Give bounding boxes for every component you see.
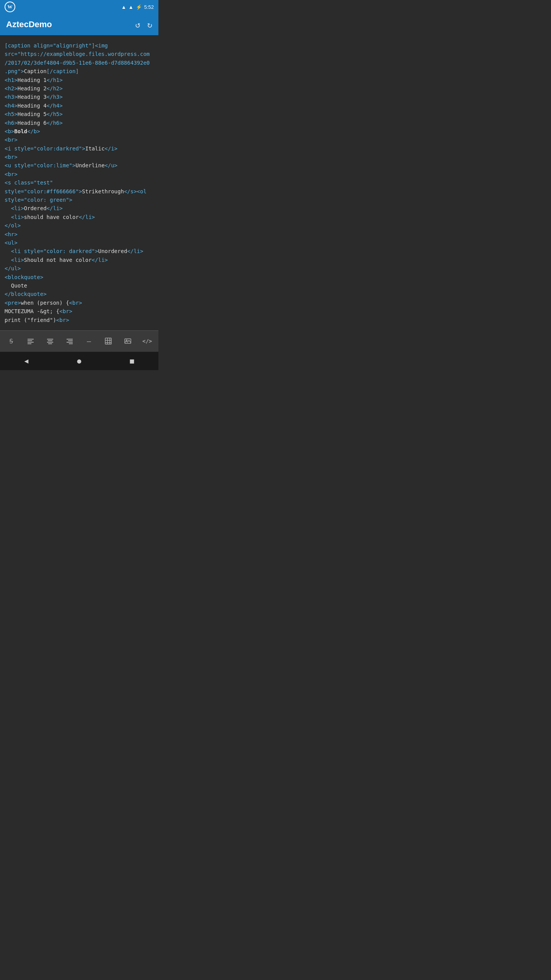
table-button[interactable] [100,333,117,350]
status-bar-right: ▲ ▲ ⚡ 5:52 [121,4,154,10]
align-left-button[interactable] [22,333,39,350]
time: 5:52 [144,4,154,10]
editor-line: <li style="color: darkred">Unordered</li… [5,247,154,255]
align-center-button[interactable] [42,333,59,350]
svg-rect-8 [67,339,73,340]
editor-line: <s class="test" [5,178,154,187]
editor-line: <br> [5,153,154,161]
svg-rect-4 [47,339,53,340]
editor-line: .png">Caption[/caption] [5,67,154,75]
html-source-button[interactable]: </> [139,333,156,350]
svg-rect-6 [47,342,53,343]
editor-line: <li>Should not have color</li> [5,256,154,264]
editor-line: src="https://examplebloge.files.wordpres… [5,50,154,58]
editor-line: <h1>Heading 1</h1> [5,76,154,84]
svg-rect-5 [48,340,52,341]
editor-line: <h4>Heading 4</h4> [5,101,154,110]
svg-rect-2 [28,342,34,343]
back-button[interactable]: ◀ [15,353,38,369]
horizontal-rule-button[interactable]: — [80,333,97,350]
editor-line: </blockquote> [5,290,154,298]
svg-rect-9 [68,340,73,341]
navigation-bar: ◀ ● ■ [0,352,158,370]
status-bar-left: W [5,2,15,12]
editor-line: style="color: green"> [5,196,154,204]
editor-line: </ol> [5,221,154,230]
editor-area[interactable]: [caption align="alignright"]<img src="ht… [0,35,158,330]
undo-button[interactable]: ↺ [135,20,140,29]
image-button[interactable] [119,333,136,350]
app-bar: AztecDemo ↺ ↻ [0,14,158,35]
wordpress-logo: W [5,2,15,12]
app-title: AztecDemo [6,20,52,29]
editor-line: <h6>Heading 6</h6> [5,119,154,127]
editor-line: <h3>Heading 3</h3> [5,93,154,101]
editor-line: <u style="color:lime">Underline</u> [5,161,154,170]
editor-line: [caption align="alignright"]<img [5,41,154,50]
editor-line: <hr> [5,230,154,238]
editor-line: <h5>Heading 5</h5> [5,110,154,118]
editor-line: /2017/02/3def4804-d9b5-11e6-88e6-d7d8864… [5,59,154,67]
editor-line: <br> [5,170,154,178]
editor-line: <ul> [5,238,154,247]
svg-rect-1 [28,340,32,341]
app-bar-actions: ↺ ↻ [135,20,153,29]
editor-line: <br> [5,136,154,144]
editor-line: <pre>when (person) {<br> [5,299,154,307]
editor-line: <h2>Heading 2</h2> [5,84,154,93]
editor-line: print ("friend")<br> [5,316,154,324]
strikethrough-button[interactable]: S [3,333,20,350]
align-right-button[interactable] [61,333,78,350]
svg-rect-7 [48,343,52,344]
wifi-icon: ▲ [121,4,126,10]
editor-line: </ul> [5,264,154,273]
editor-line: style="color:#ff666666">Strikethrough</s… [5,187,154,196]
svg-rect-12 [105,338,111,344]
redo-button[interactable]: ↻ [147,20,152,29]
editor-line: <i style="color:darkred">Italic</i> [5,144,154,153]
svg-rect-10 [67,342,73,343]
battery-icon: ⚡ [136,4,142,10]
signal-icon: ▲ [129,4,134,10]
svg-rect-11 [69,343,73,344]
svg-rect-3 [28,343,31,344]
editor-line: Quote [5,281,154,290]
editor-line: MOCTEZUMA -&gt; {<br> [5,307,154,315]
home-button[interactable]: ● [68,353,91,369]
recents-button[interactable]: ■ [121,353,143,369]
editor-line: <blockquote> [5,273,154,281]
editor-line: <b>Bold</b> [5,127,154,136]
formatting-toolbar: S — </> [0,330,158,352]
editor-line: <li>should have color</li> [5,213,154,221]
svg-rect-0 [28,339,34,340]
editor-line: <li>Ordered</li> [5,204,154,212]
status-bar: W ▲ ▲ ⚡ 5:52 [0,0,158,14]
